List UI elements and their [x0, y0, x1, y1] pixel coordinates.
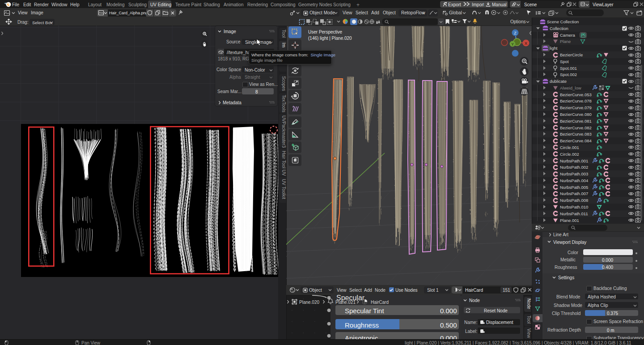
svg-text:Y: Y [511, 42, 514, 47]
svg-text:Z: Z [514, 31, 517, 35]
svg-text:X: X [525, 41, 527, 46]
